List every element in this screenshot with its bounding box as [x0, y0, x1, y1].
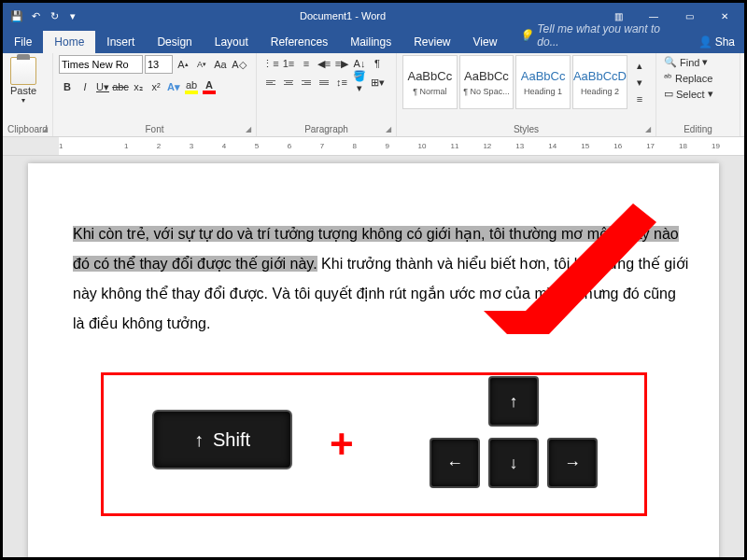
ruler[interactable]: 1 12 34 56 78 910 1112 1314 1516 1718 19 [3, 137, 744, 156]
align-left-button[interactable] [262, 74, 279, 91]
styles-up-icon[interactable]: ▴ [631, 57, 648, 74]
plus-label: + [330, 421, 354, 468]
font-color-button[interactable]: A [201, 78, 218, 95]
align-right-button[interactable] [298, 74, 315, 91]
style-heading-2[interactable]: AaBbCcDHeading 2 [572, 55, 627, 109]
underline-button[interactable]: U▾ [94, 78, 111, 95]
bullets-button[interactable]: ⋮≡ [262, 55, 279, 72]
select-button[interactable]: ▭Select ▾ [662, 87, 734, 101]
group-font: A▴ A▾ Aa A◇ B I U▾ abc x₂ x² A▾ ab A Fon… [53, 53, 257, 136]
clear-format-button[interactable]: A◇ [231, 56, 247, 73]
styles-more-icon[interactable]: ≡ [631, 91, 648, 107]
tab-file[interactable]: File [3, 31, 43, 53]
styles-down-icon[interactable]: ▾ [631, 74, 648, 91]
clipboard-icon [10, 57, 36, 85]
select-icon: ▭ [664, 88, 673, 100]
group-label: Font [53, 124, 256, 134]
find-icon: 🔍 [664, 56, 677, 68]
paragraph-launcher-icon[interactable]: ◢ [383, 123, 394, 134]
up-arrow-icon: ↑ [194, 429, 204, 451]
style-normal[interactable]: AaBbCc¶ Normal [402, 55, 458, 109]
close-button[interactable]: ✕ [709, 5, 740, 27]
share-button[interactable]: 👤 Sha [689, 31, 744, 53]
numbering-button[interactable]: 1≡ [280, 55, 297, 72]
grow-font-button[interactable]: A▴ [175, 56, 191, 73]
font-launcher-icon[interactable]: ◢ [243, 123, 254, 134]
replace-icon: ᵃᵇ [664, 72, 672, 84]
group-label: Paragraph [257, 124, 396, 134]
multilevel-button[interactable]: ≡ [298, 55, 315, 72]
redo-icon[interactable]: ↻ [48, 9, 61, 22]
text-effects-button[interactable]: A▾ [165, 78, 182, 95]
group-label: Editing [656, 124, 740, 134]
italic-button[interactable]: I [77, 78, 93, 95]
qat-customize-icon[interactable]: ▾ [66, 9, 79, 22]
paragraph-text[interactable]: Khi còn trẻ, với sự tự do và trí tưởng t… [73, 219, 691, 339]
tab-home[interactable]: Home [43, 31, 95, 53]
arrow-left-key-illustration: ← [430, 438, 480, 488]
shift-key-illustration: ↑ Shift [152, 410, 292, 469]
quick-access-toolbar: 💾 ↶ ↻ ▾ [3, 9, 87, 22]
subscript-button[interactable]: x₂ [130, 78, 147, 95]
paste-button[interactable]: Paste ▾ [8, 55, 38, 106]
share-icon: 👤 [698, 35, 712, 49]
ribbon: Paste ▾ Clipboard ◢ A▴ A▾ Aa A◇ B I U▾ a… [3, 53, 744, 137]
tab-design[interactable]: Design [146, 31, 203, 53]
ribbon-tabs: File Home Insert Design Layout Reference… [3, 29, 744, 53]
borders-button[interactable]: ⊞▾ [369, 74, 386, 91]
undo-icon[interactable]: ↶ [29, 9, 42, 22]
font-name-select[interactable] [59, 55, 143, 74]
highlight-button[interactable]: ab [183, 78, 200, 95]
strike-button[interactable]: abc [112, 78, 129, 95]
styles-launcher-icon[interactable]: ◢ [642, 123, 654, 134]
group-editing: 🔍Find ▾ ᵃᵇReplace ▭Select ▾ Editing [656, 53, 740, 136]
tell-me-text: Tell me what you want to do... [537, 22, 677, 49]
increase-indent-button[interactable]: ≡▶ [333, 55, 350, 72]
arrow-up-key-illustration: ↑ [488, 376, 539, 427]
change-case-button[interactable]: Aa [212, 56, 229, 73]
clipboard-launcher-icon[interactable]: ◢ [39, 123, 50, 134]
bulb-icon: 💡 [519, 29, 533, 42]
font-size-select[interactable] [145, 55, 173, 74]
style-heading-1[interactable]: AaBbCcHeading 1 [515, 55, 571, 109]
group-label: Styles [397, 124, 655, 134]
bold-button[interactable]: B [59, 78, 76, 95]
group-paragraph: ⋮≡ 1≡ ≡ ◀≡ ≡▶ A↓ ¶ ↕≡ 🪣▾ ⊞▾ Paragraph ◢ [257, 53, 397, 136]
save-icon[interactable]: 💾 [10, 9, 23, 22]
superscript-button[interactable]: x² [148, 78, 164, 95]
justify-button[interactable] [316, 74, 332, 91]
tab-review[interactable]: Review [402, 31, 461, 53]
shading-button[interactable]: 🪣▾ [351, 74, 368, 91]
line-spacing-button[interactable]: ↕≡ [333, 74, 350, 91]
find-button[interactable]: 🔍Find ▾ [662, 55, 734, 69]
align-center-button[interactable] [280, 74, 297, 91]
arrow-down-key-illustration: ↓ [488, 438, 539, 488]
show-marks-button[interactable]: ¶ [369, 55, 386, 72]
shrink-font-button[interactable]: A▾ [193, 56, 210, 73]
tab-references[interactable]: References [260, 31, 339, 53]
tab-insert[interactable]: Insert [95, 31, 146, 53]
style-no-spacing[interactable]: AaBbCc¶ No Spac... [459, 55, 514, 109]
arrow-right-key-illustration: → [547, 438, 598, 488]
tab-mailings[interactable]: Mailings [339, 31, 402, 53]
tell-me-search[interactable]: 💡 Tell me what you want to do... [508, 18, 688, 53]
tab-view[interactable]: View [462, 31, 509, 53]
group-styles: AaBbCc¶ Normal AaBbCc¶ No Spac... AaBbCc… [397, 53, 656, 136]
tab-layout[interactable]: Layout [204, 31, 260, 53]
group-clipboard: Paste ▾ Clipboard ◢ [3, 53, 53, 136]
decrease-indent-button[interactable]: ◀≡ [316, 55, 332, 72]
replace-button[interactable]: ᵃᵇReplace [662, 71, 734, 85]
